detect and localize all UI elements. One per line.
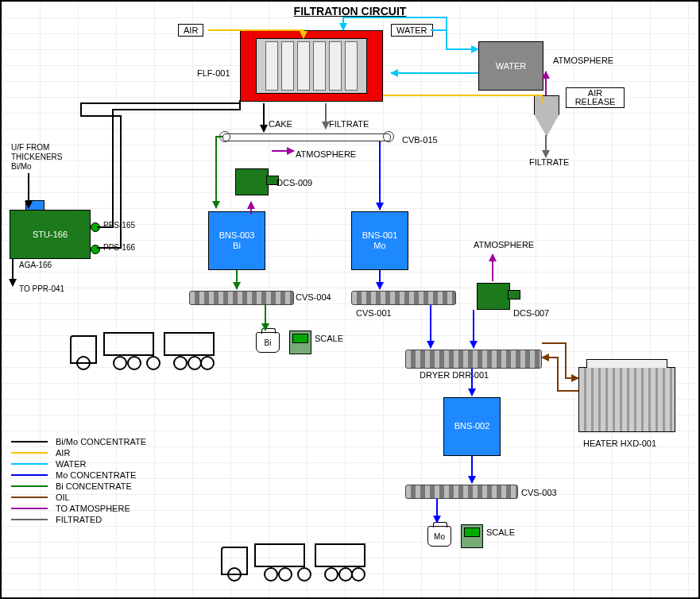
belt-pulley-right: [383, 131, 394, 142]
diagram-canvas: FILTRATION CIRCUIT AIR WATER FLF-001 CAK…: [0, 0, 700, 599]
bns001-mat: Mo: [373, 241, 385, 250]
filtrate-under-press-label: FILTRATE: [329, 119, 369, 129]
mo-scale-label: SCALE: [486, 528, 515, 537]
cake-label: CAKE: [269, 119, 292, 129]
legend-bi: Bi CONCENTRATE: [56, 481, 132, 491]
filter-press: [240, 30, 383, 102]
legend-oil: OIL: [56, 493, 70, 502]
dcs009-fan: [235, 168, 269, 195]
pps166-pump-icon: [91, 245, 100, 254]
atmosphere-dcs007-label: ATMOSPHERE: [474, 240, 534, 249]
cyclone-separator: [534, 95, 559, 137]
pps166-label: PPS-166: [103, 243, 135, 252]
mo-sack: Mo: [427, 526, 451, 547]
legend-swatch-mo: [11, 474, 48, 476]
cvb015-label: CVB-015: [402, 135, 438, 145]
truck-mo: [221, 542, 372, 582]
to-ppr041-label: TO PPR-041: [19, 284, 64, 293]
water-tank: WATER: [478, 41, 543, 91]
ufl2: THICKENERS: [11, 153, 62, 161]
cvs001-screw: [351, 291, 456, 305]
stu166-label: STU-166: [33, 230, 68, 239]
input-water-label: WATER: [391, 24, 433, 37]
legend-swatch-air: [11, 452, 48, 454]
cvs003-label: CVS-003: [521, 488, 557, 497]
legend-swatch-filt: [11, 519, 48, 520]
atmosphere-cyclone-label: ATMOSPHERE: [553, 56, 613, 65]
dcs007-fan: [477, 283, 510, 310]
legend-mo: Mo CONCENTRATE: [56, 470, 136, 480]
filtrate-cyclone-label: FILTRATE: [529, 157, 569, 167]
cvs001-label: CVS-001: [356, 308, 392, 318]
legend: Bi/Mo CONCENTRATE AIR WATER Mo CONCENTRA…: [11, 437, 146, 526]
legend-swatch-water: [11, 463, 48, 465]
atmosphere-under-press-label: ATMOSPHERE: [296, 149, 356, 159]
legend-air: AIR: [56, 448, 70, 458]
bns001-id: BNS-001: [362, 230, 398, 240]
cvs003-screw: [405, 485, 518, 499]
dcs009-label: DCS-009: [277, 178, 312, 187]
legend-swatch-atm: [11, 508, 48, 509]
legend-swatch-bi: [11, 485, 48, 487]
heater-hxd001: [578, 367, 675, 432]
bi-scale: [289, 330, 311, 354]
bns003-bin: BNS-003 Bi: [208, 211, 265, 270]
dryer-label: DRYER DRR-001: [420, 370, 489, 380]
legend-atm: TO ATMOSPHERE: [56, 504, 130, 513]
dryer-drr001: [405, 350, 542, 369]
pps165-pump-icon: [91, 222, 100, 232]
pps165-label: PPS-165: [103, 221, 135, 230]
dcs007-label: DCS-007: [513, 308, 549, 318]
legend-swatch-oil: [11, 497, 48, 498]
legend-filt: FILTRATED: [56, 515, 102, 524]
ufl1: U/F FROM: [11, 143, 49, 152]
page-title: FILTRATION CIRCUIT: [2, 5, 698, 17]
bns002-id: BNS-002: [454, 421, 490, 431]
stu166-tank: STU-166: [10, 210, 91, 259]
cvs004-screw: [189, 291, 294, 305]
ufl3: Bi/Mo: [11, 162, 32, 171]
input-air-label: AIR: [178, 24, 203, 37]
mo-scale: [461, 524, 483, 548]
bns003-id: BNS-003: [219, 230, 255, 240]
bns002-bin: BNS-002: [443, 397, 501, 456]
press-id-label: FLF-001: [197, 68, 230, 78]
truck-bi: [70, 330, 221, 370]
belt-conveyor: [222, 133, 391, 141]
bi-sack: Bi: [256, 332, 280, 353]
bns001-bin: BNS-001 Mo: [351, 211, 408, 270]
belt-pulley-left: [219, 131, 230, 142]
heater-label: HEATER HXD-001: [583, 439, 656, 448]
uf-from-thickeners-label: U/F FROM THICKENERS Bi/Mo: [11, 143, 62, 172]
air-release-l2: RELEASE: [575, 97, 616, 106]
bi-scale-label: SCALE: [315, 334, 343, 343]
legend-swatch-bimo: [11, 441, 48, 442]
bns003-mat: Bi: [233, 241, 241, 250]
air-release-box: AIR RELEASE: [566, 87, 625, 108]
legend-water: WATER: [56, 459, 87, 469]
legend-bimo: Bi/Mo CONCENTRATE: [56, 437, 146, 446]
cvs004-label: CVS-004: [296, 292, 331, 302]
aga166-label: AGA-166: [19, 261, 52, 269]
